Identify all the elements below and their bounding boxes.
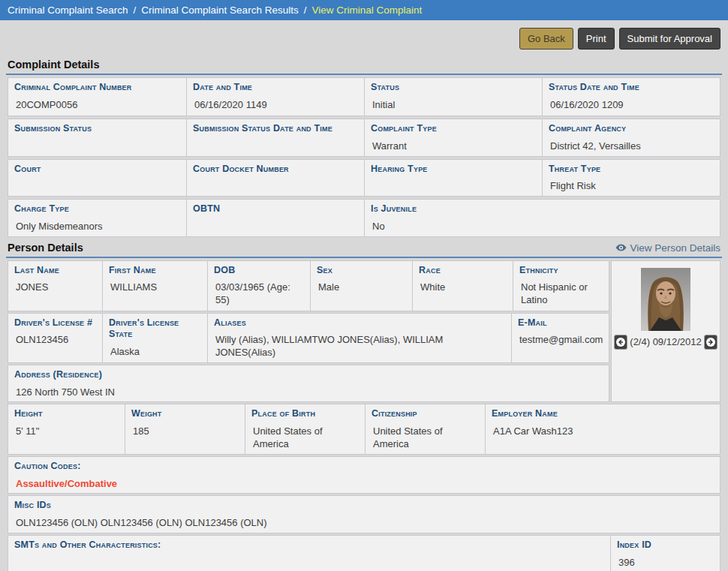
previous-photo-button[interactable] xyxy=(614,335,627,350)
field-label: Threat Type xyxy=(549,164,714,176)
field-value: JONES xyxy=(14,281,96,294)
next-photo-button[interactable] xyxy=(704,335,717,350)
field-employer-name: Employer Name A1A Car Wash123 xyxy=(485,404,720,453)
field-value: District 42, Versailles xyxy=(549,140,714,153)
field-label: Last Name xyxy=(14,265,96,277)
field-index-id: Index ID 396 xyxy=(610,536,720,571)
field-value: 185 xyxy=(131,425,239,438)
field-value: Initial xyxy=(371,99,536,112)
field-label: Submission Status Date and Time xyxy=(193,123,358,135)
complaint-row: Criminal Complaint Number 20COMP0056 Dat… xyxy=(8,77,720,116)
person-top-rows: Last Name JONES First Name WILLIAMS DOB … xyxy=(8,260,720,403)
breadcrumb-separator: / xyxy=(304,5,307,16)
breadcrumb-link-search-results[interactable]: Criminal Complaint Search Results xyxy=(141,5,298,16)
arrow-right-icon xyxy=(705,337,716,347)
field-label: Status Date and Time xyxy=(549,82,714,94)
field-value: White xyxy=(419,281,507,294)
field-label: First Name xyxy=(109,265,201,277)
field-value: Flight Risk xyxy=(549,180,714,193)
go-back-button[interactable]: Go Back xyxy=(519,28,573,50)
complaint-row: Submission Status Submission Status Date… xyxy=(8,119,720,157)
field-status-date-and-time: Status Date and Time 06/16/2020 1209 xyxy=(542,78,720,116)
complaint-details-title: Complaint Details xyxy=(8,59,720,71)
person-row: SMTs and Other Characteristics: Tattoo /… xyxy=(8,535,720,571)
breadcrumb-separator: / xyxy=(134,5,137,16)
breadcrumb: Criminal Complaint Search / Criminal Com… xyxy=(0,0,728,20)
field-label: Court Docket Number xyxy=(193,164,358,176)
field-value: 126 North 750 West IN xyxy=(14,386,603,399)
field-value: 06/16/2020 1149 xyxy=(193,99,358,112)
field-value: Willy (Alias), WILLIAMTWO JONES(Alias), … xyxy=(214,334,505,359)
field-label: Ethnicity xyxy=(519,265,603,277)
field-value: testme@gmail.com xyxy=(518,334,603,347)
person-photo-panel: (2/4) 09/12/2012 xyxy=(611,260,720,403)
toolbar: Go Back Print Submit for Approval xyxy=(0,20,728,53)
field-hearing-type: Hearing Type xyxy=(364,160,542,197)
person-photo xyxy=(641,268,690,331)
field-aliases: Aliases Willy (Alias), WILLIAMTWO JONES(… xyxy=(207,314,511,362)
field-label: Complaint Type xyxy=(371,123,536,135)
field-value: Not Hispanic or Latino xyxy=(519,281,603,307)
field-value: Only Misdemeanors xyxy=(14,221,180,233)
field-drivers-license-state: Driver's License State Alaska xyxy=(102,314,207,362)
person-details-header: Person Details View Person Details xyxy=(8,242,720,254)
person-details-grid: Last Name JONES First Name WILLIAMS DOB … xyxy=(8,260,720,571)
field-label: Date and Time xyxy=(193,82,358,94)
field-value: 5' 11" xyxy=(14,425,119,438)
field-label: Place of Birth xyxy=(251,408,359,420)
field-court: Court xyxy=(8,160,186,197)
section-divider xyxy=(6,257,722,258)
field-sex: Sex Male xyxy=(310,261,412,311)
field-first-name: First Name WILLIAMS xyxy=(102,261,207,311)
field-label: Submission Status xyxy=(14,123,180,135)
field-drivers-license-number: Driver's License # OLN123456 xyxy=(8,314,102,362)
field-criminal-complaint-number: Criminal Complaint Number 20COMP0056 xyxy=(8,78,186,116)
field-label: Address (Residence) xyxy=(14,369,603,381)
field-label: Race xyxy=(419,265,507,277)
field-label: DOB xyxy=(214,265,304,277)
field-value: 06/16/2020 1209 xyxy=(549,99,714,112)
eye-icon xyxy=(615,243,627,252)
field-value: 20COMP0056 xyxy=(14,99,180,112)
field-label: E-Mail xyxy=(518,317,603,329)
field-value: OLN123456 (OLN) OLN123456 (OLN) OLN12345… xyxy=(14,517,714,530)
field-label: Caution Codes: xyxy=(14,461,714,473)
field-label: SMTs and Other Characteristics: xyxy=(14,539,604,551)
complaint-row: Court Court Docket Number Hearing Type T… xyxy=(8,159,720,197)
field-value: WILLIAMS xyxy=(109,281,201,294)
breadcrumb-link-search[interactable]: Criminal Complaint Search xyxy=(8,5,128,16)
field-status: Status Initial xyxy=(364,78,542,116)
field-label: Hearing Type xyxy=(371,164,536,176)
field-height: Height 5' 11" xyxy=(8,404,125,453)
field-value: 03/03/1965 (Age: 55) xyxy=(214,281,304,307)
view-person-details-link[interactable]: View Person Details xyxy=(615,242,720,254)
field-address-residence: Address (Residence) 126 North 750 West I… xyxy=(8,365,609,402)
person-row: Height 5' 11" Weight 185 Place of Birth … xyxy=(8,404,720,454)
field-citizenship: Citizenship United States of America xyxy=(365,404,485,453)
field-label: Height xyxy=(14,408,119,420)
field-label: Driver's License # xyxy=(14,317,96,329)
person-row: Driver's License # OLN123456 Driver's Li… xyxy=(8,313,609,363)
field-value: OLN123456 xyxy=(14,334,96,347)
field-dob: DOB 03/03/1965 (Age: 55) xyxy=(207,261,310,311)
photo-pager: (2/4) 09/12/2012 xyxy=(612,331,720,350)
field-label: Sex xyxy=(317,265,406,277)
field-label: Is Juvenile xyxy=(371,203,714,215)
print-button[interactable]: Print xyxy=(578,28,615,50)
field-value: United States of America xyxy=(372,425,479,451)
person-row: Misc IDs OLN123456 (OLN) OLN123456 (OLN)… xyxy=(8,495,720,533)
field-last-name: Last Name JONES xyxy=(8,261,102,311)
field-submission-status-date-and-time: Submission Status Date and Time xyxy=(186,119,364,156)
field-obtn: OBTN xyxy=(186,200,364,236)
view-person-details-label: View Person Details xyxy=(630,242,720,254)
field-value: A1A Car Wash123 xyxy=(492,425,714,438)
field-submission-status: Submission Status xyxy=(8,119,186,156)
field-value: United States of America xyxy=(251,425,359,451)
field-ethnicity: Ethnicity Not Hispanic or Latino xyxy=(513,261,609,311)
field-value: Alaska xyxy=(109,346,201,359)
person-details-title: Person Details xyxy=(8,242,83,254)
field-label: OBTN xyxy=(193,203,358,215)
field-complaint-agency: Complaint Agency District 42, Versailles xyxy=(542,119,720,156)
field-label: Charge Type xyxy=(14,203,180,215)
submit-for-approval-button[interactable]: Submit for Approval xyxy=(619,28,720,50)
